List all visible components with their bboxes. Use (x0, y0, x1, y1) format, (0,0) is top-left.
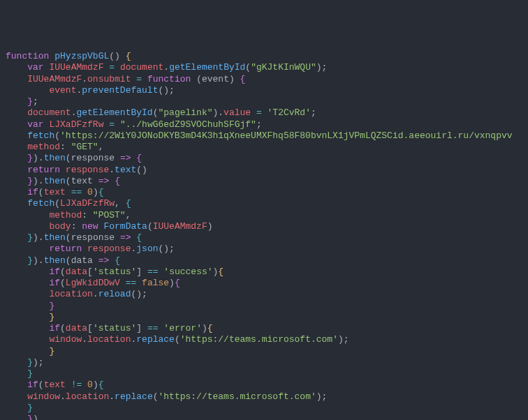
str-status: 'status' (93, 267, 136, 277)
str-pagelink: "pagelink" (158, 107, 212, 118)
id-formvar: IUUeAMmdzF (49, 62, 103, 73)
fn-getelementbyid: getElementById (169, 62, 245, 73)
str-post: "POST" (93, 210, 126, 220)
str-elemid: "gKJtKInWQU" (251, 62, 316, 73)
str-longurl: 'https://2WiY0JONoDKYB3mD4K3h1qXneeUMXFh… (60, 130, 513, 141)
kw-function: function (6, 51, 49, 61)
str-error: 'error' (163, 323, 202, 333)
bool-false: false (142, 278, 169, 288)
id-document: document (120, 62, 163, 73)
str-get: "GET" (71, 142, 98, 152)
str-relpath: "../hwG6edZ9SVOChuhSFGjf" (120, 119, 256, 130)
str-teams: 'https://teams.microsoft.com' (180, 334, 338, 345)
str-t2cvrd: 'T2CvRd' (267, 107, 311, 118)
code-block: function pHyzspVbGL() { var IUUeAMmdzF =… (6, 51, 522, 420)
kw-var: var (27, 62, 43, 73)
num-zero: 0 (87, 187, 93, 197)
str-success: 'success' (163, 267, 212, 277)
id-flagvar: LgWkidDDwV (66, 278, 120, 288)
fn-main: pHyzspVbGL (54, 51, 109, 61)
id-urlvar: LJXaDFzfRw (49, 119, 103, 130)
